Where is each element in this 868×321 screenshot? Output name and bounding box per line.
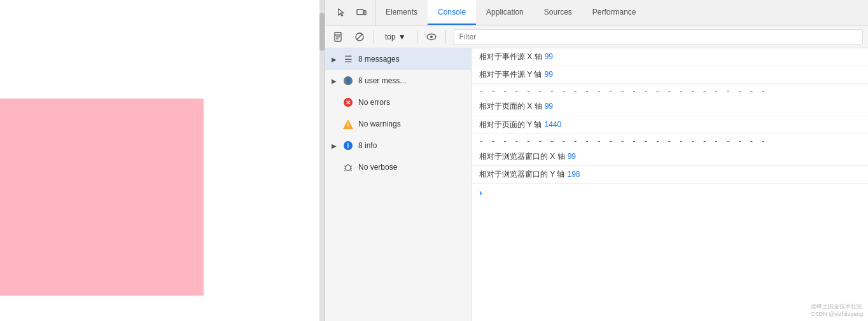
log-entry-1: 相对于事件源 X 轴 99 bbox=[472, 48, 868, 66]
log-text-1: 相对于事件源 X 轴 bbox=[479, 51, 542, 63]
device-toolbar-icon[interactable] bbox=[353, 4, 370, 21]
sidebar-label-warnings: No warnings bbox=[358, 120, 466, 128]
sidebar-item-errors[interactable]: ▶ ✕ No errors bbox=[325, 92, 471, 113]
sidebar-item-user-messages[interactable]: ▶ 👤 8 user mess... bbox=[325, 70, 471, 92]
filter-input[interactable] bbox=[454, 29, 863, 44]
clear-console-icon[interactable] bbox=[330, 28, 348, 46]
log-text-4: 相对于页面的 Y 轴 bbox=[479, 119, 542, 131]
error-icon: ✕ bbox=[343, 97, 353, 107]
tab-performance[interactable]: Performance bbox=[582, 0, 647, 25]
arrow-icon-messages: ▶ bbox=[330, 55, 338, 63]
warning-icon: ! bbox=[343, 119, 353, 129]
verbose-icon bbox=[343, 162, 353, 172]
svg-rect-0 bbox=[357, 10, 363, 15]
log-entry-4: 相对于页面的 Y 轴 1440 bbox=[472, 116, 868, 134]
log-entry-5: 相对于浏览器窗口的 X 轴 99 bbox=[472, 148, 868, 166]
console-sidebar: ▶ ☰ 8 messages ▶ 👤 8 user mess... ▶ ✕ No… bbox=[325, 48, 472, 321]
block-icon[interactable] bbox=[351, 28, 368, 46]
tab-elements[interactable]: Elements bbox=[375, 0, 428, 25]
user-icon: 👤 bbox=[343, 76, 353, 86]
chevron-down-icon: ▼ bbox=[398, 32, 406, 41]
arrow-icon-info: ▶ bbox=[330, 142, 338, 149]
svg-line-16 bbox=[345, 170, 346, 172]
log-divider-2: - - - - - - - - - - - - - - - - - - - - … bbox=[472, 134, 868, 148]
log-text-6: 相对于浏览器窗口的 Y 轴 bbox=[479, 168, 564, 181]
watermark: @稀土掘金技术社区CSDN @yizhilayang bbox=[811, 303, 863, 317]
pink-box bbox=[0, 99, 204, 296]
sidebar-item-all-messages[interactable]: ▶ ☰ 8 messages bbox=[325, 48, 471, 70]
log-value-1: 99 bbox=[545, 51, 553, 63]
svg-point-9 bbox=[430, 36, 433, 38]
page-content bbox=[0, 0, 325, 321]
toolbar-divider-3 bbox=[445, 31, 446, 43]
log-value-3: 99 bbox=[545, 100, 553, 113]
toolbar-divider-2 bbox=[417, 31, 417, 43]
devtools-main: ▶ ☰ 8 messages ▶ 👤 8 user mess... ▶ ✕ No… bbox=[325, 48, 868, 321]
log-value-4: 1440 bbox=[544, 119, 561, 131]
context-selector[interactable]: top ▼ bbox=[379, 31, 412, 43]
log-entry-6: 相对于浏览器窗口的 Y 轴 198 bbox=[472, 166, 868, 184]
svg-point-10 bbox=[346, 165, 351, 171]
tab-sources[interactable]: Sources bbox=[534, 0, 582, 25]
svg-line-7 bbox=[357, 34, 363, 39]
eye-icon[interactable] bbox=[423, 28, 440, 46]
toolbar-divider-1 bbox=[374, 31, 374, 43]
sidebar-label-all-messages: 8 messages bbox=[358, 55, 466, 64]
log-value-5: 99 bbox=[568, 151, 576, 163]
tab-application[interactable]: Application bbox=[476, 0, 534, 25]
console-prompt[interactable]: › bbox=[472, 184, 868, 201]
tab-icon-group bbox=[328, 0, 375, 25]
sidebar-item-verbose[interactable]: ▶ No verbose bbox=[325, 156, 471, 178]
page-scrollbar[interactable] bbox=[319, 0, 325, 321]
log-text-2: 相对于事件源 Y 轴 bbox=[479, 69, 542, 81]
console-log: 相对于事件源 X 轴 99 相对于事件源 Y 轴 99 - - - - - - … bbox=[472, 48, 868, 321]
svg-line-17 bbox=[351, 170, 352, 172]
sidebar-label-user-messages: 8 user mess... bbox=[358, 76, 466, 85]
tab-console[interactable]: Console bbox=[428, 0, 476, 25]
svg-rect-1 bbox=[364, 11, 366, 15]
console-toolbar: top ▼ bbox=[325, 25, 868, 48]
sidebar-label-verbose: No verbose bbox=[358, 163, 466, 172]
svg-line-12 bbox=[344, 166, 346, 167]
arrow-icon-user: ▶ bbox=[330, 77, 338, 85]
sidebar-item-warnings[interactable]: ▶ ! No warnings bbox=[325, 113, 471, 135]
info-icon: i bbox=[343, 140, 353, 151]
svg-line-13 bbox=[351, 166, 352, 167]
sidebar-item-info[interactable]: ▶ i 8 info bbox=[325, 135, 471, 156]
prompt-symbol: › bbox=[479, 188, 482, 198]
sidebar-label-info: 8 info bbox=[358, 141, 466, 150]
log-text-5: 相对于浏览器窗口的 X 轴 bbox=[479, 151, 565, 163]
inspect-element-icon[interactable] bbox=[333, 4, 349, 21]
scrollbar-thumb[interactable] bbox=[319, 13, 325, 51]
log-entry-3: 相对于页面的 X 轴 99 bbox=[472, 98, 868, 116]
log-value-6: 198 bbox=[567, 168, 580, 181]
log-divider-1: - - - - - - - - - - - - - - - - - - - - … bbox=[472, 84, 868, 98]
devtools-panel: Elements Console Application Sources Per… bbox=[325, 0, 868, 321]
log-value-2: 99 bbox=[544, 69, 552, 81]
devtools-tabs: Elements Console Application Sources Per… bbox=[325, 0, 868, 25]
list-icon: ☰ bbox=[343, 54, 353, 64]
log-text-3: 相对于页面的 X 轴 bbox=[479, 100, 542, 113]
log-entry-2: 相对于事件源 Y 轴 99 bbox=[472, 66, 868, 84]
sidebar-label-errors: No errors bbox=[358, 98, 466, 107]
